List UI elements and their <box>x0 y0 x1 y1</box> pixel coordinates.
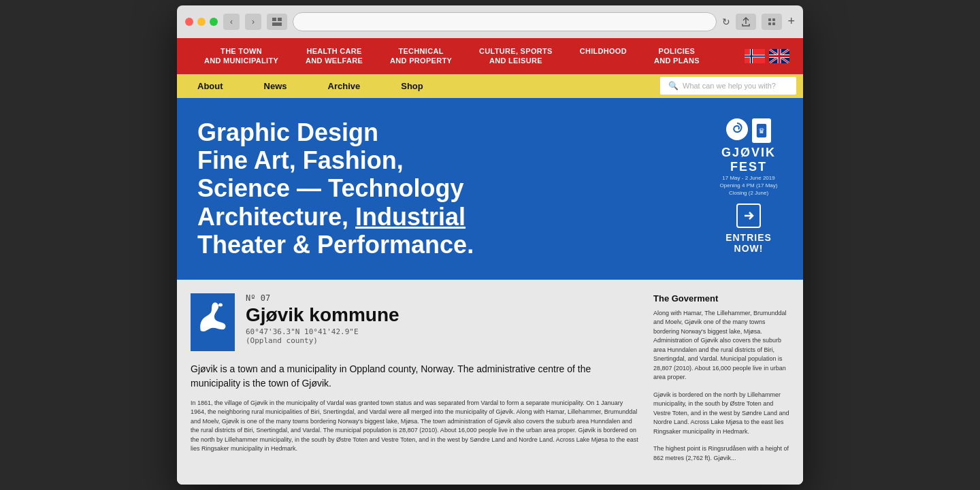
kommune-description-main: Gjøvik is a town and a municipality in O… <box>191 362 640 391</box>
uk-flag-icon[interactable] <box>769 49 789 63</box>
entries-label: ENTRIES NOW! <box>725 232 772 254</box>
close-button[interactable] <box>185 18 193 26</box>
nav-item-culture[interactable]: Culture, SportsAnd Leisure <box>466 38 566 74</box>
new-tab-button[interactable]: + <box>787 14 795 29</box>
share-button[interactable] <box>736 14 756 30</box>
gov-text-2: Gjøvik is bordered on the north by Lille… <box>653 391 789 437</box>
svg-text:♛: ♛ <box>758 127 765 135</box>
content-section: Nº 07 Gjøvik kommune 60°47'36.3"N 10°41'… <box>177 280 803 485</box>
norwegian-flag-icon[interactable] <box>745 49 765 63</box>
nav-item-town-municipality[interactable]: The TownAnd Municipality <box>191 38 292 74</box>
search-icon: 🔍 <box>668 81 679 91</box>
address-bar[interactable] <box>293 12 717 31</box>
svg-rect-2 <box>272 22 282 26</box>
top-nav-items: The TownAnd Municipality Health CareAnd … <box>191 38 713 74</box>
svg-rect-6 <box>772 22 775 25</box>
svg-rect-3 <box>768 18 771 21</box>
forward-button[interactable]: › <box>245 14 261 30</box>
add-tab-sidebar-button[interactable] <box>762 14 782 30</box>
nav-item-health-care[interactable]: Health CareAnd Welfare <box>292 38 376 74</box>
kommune-county: (Oppland county) <box>246 336 640 345</box>
hero-line2: Fine Art, Fashion, <box>197 146 404 174</box>
sub-nav-about[interactable]: About <box>177 74 244 98</box>
svg-rect-4 <box>772 18 775 21</box>
swirl-icon <box>726 118 748 140</box>
main-content: Nº 07 Gjøvik kommune 60°47'36.3"N 10°41'… <box>191 293 640 472</box>
browser-window: ‹ › ↻ + The TownAnd Municipality Health … <box>177 5 803 485</box>
sub-nav-archive[interactable]: Archive <box>308 74 381 98</box>
hero-line5: Theater & Performance. <box>197 231 474 259</box>
gov-title: The Goverment <box>653 293 789 304</box>
browser-chrome: ‹ › ↻ + <box>177 5 803 38</box>
nav-item-childhood[interactable]: Childhood <box>566 38 640 74</box>
svg-rect-0 <box>272 18 276 21</box>
sub-nav-news[interactable]: News <box>244 74 308 98</box>
nav-item-technical[interactable]: TechnicalAnd Property <box>376 38 466 74</box>
hero-line3: Science — Technology <box>197 174 463 202</box>
minimize-button[interactable] <box>197 18 206 26</box>
kommune-title: Gjøvik kommune <box>246 304 640 326</box>
fest-emblem: ♛ <box>720 118 778 143</box>
nav-item-policies[interactable]: PoliciesAnd Plans <box>640 38 713 74</box>
fest-name: GJØVIK FEST <box>720 146 778 174</box>
sub-nav-shop[interactable]: Shop <box>380 74 444 98</box>
fest-dates: 17 May - 2 June 2019 Opening 4 PM (17 Ma… <box>720 174 778 197</box>
top-navigation: The TownAnd Municipality Health CareAnd … <box>177 38 803 74</box>
svg-point-15 <box>218 303 223 306</box>
hero-underline: Industrial <box>355 203 466 231</box>
traffic-lights <box>185 18 218 26</box>
kommune-info: Nº 07 Gjøvik kommune 60°47'36.3"N 10°41'… <box>246 293 640 345</box>
view-button[interactable] <box>267 14 287 30</box>
kommune-header: Nº 07 Gjøvik kommune 60°47'36.3"N 10°41'… <box>191 293 640 351</box>
maximize-button[interactable] <box>210 18 218 26</box>
hero-title: Graphic Design Fine Art, Fashion, Scienc… <box>197 118 640 259</box>
hero-text: Graphic Design Fine Art, Fashion, Scienc… <box>197 118 715 259</box>
coat-of-arms <box>191 293 235 351</box>
lion-emblem-icon: ♛ <box>752 118 771 143</box>
hero-section: Graphic Design Fine Art, Fashion, Scienc… <box>177 98 803 280</box>
gov-text-3: The highest point is Ringsrudåsen with a… <box>653 444 789 463</box>
kommune-number: Nº 07 <box>246 293 640 303</box>
side-content: The Goverment Along with Hamar, The Lill… <box>653 293 789 472</box>
gov-text-1: Along with Hamar, The Lillehammer, Brumu… <box>653 309 789 382</box>
sub-nav-items: About News Archive Shop <box>177 74 660 98</box>
search-area[interactable]: 🔍 What can we help you with? <box>660 77 796 95</box>
sub-navigation: About News Archive Shop 🔍 What can we he… <box>177 74 803 98</box>
search-placeholder-text: What can we help you with? <box>683 82 776 90</box>
kommune-coords: 60°47'36.3"N 10°41'42.9"E <box>246 327 640 336</box>
fest-logo: ♛ GJØVIK FEST 17 May - 2 June 2019 Openi… <box>720 118 778 197</box>
kommune-description-small: In 1861, the village of Gjøvik in the mu… <box>191 399 640 454</box>
hero-line1: Graphic Design <box>197 118 378 146</box>
hero-line4: Architecture, <box>197 203 355 231</box>
website-content: The TownAnd Municipality Health CareAnd … <box>177 38 803 485</box>
language-flags <box>745 49 789 63</box>
entries-button[interactable]: ENTRIES NOW! <box>725 203 772 254</box>
hero-right-panel: ♛ GJØVIK FEST 17 May - 2 June 2019 Openi… <box>715 118 783 255</box>
svg-rect-5 <box>768 22 771 25</box>
svg-rect-11 <box>745 55 765 56</box>
reload-button[interactable]: ↻ <box>722 16 730 27</box>
svg-rect-1 <box>278 18 282 21</box>
entries-arrow-icon <box>736 203 761 228</box>
back-button[interactable]: ‹ <box>223 14 240 30</box>
